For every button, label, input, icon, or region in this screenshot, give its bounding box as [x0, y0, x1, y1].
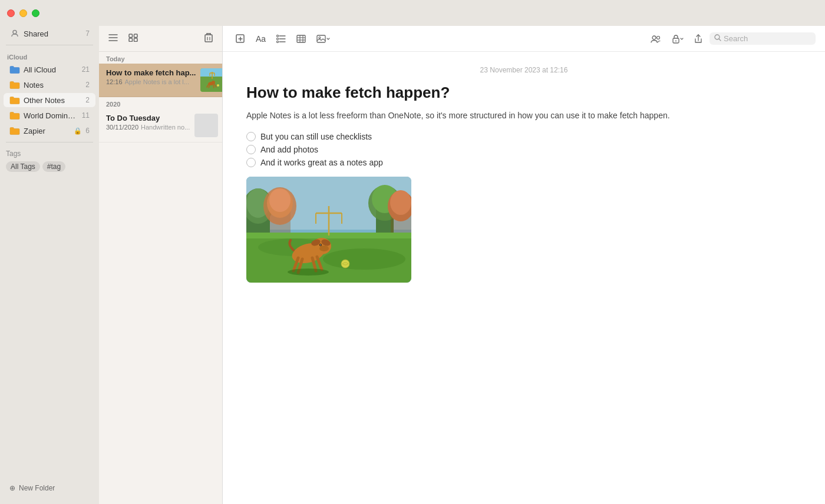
- sidebar-item-all-icloud-label: All iCloud: [24, 65, 80, 74]
- checklist-label-3: And it works great as a notes app: [260, 158, 383, 167]
- new-folder-label: New Folder: [19, 484, 55, 492]
- sidebar-item-other-notes-label: Other Notes: [24, 96, 83, 105]
- sidebar-item-notes-label: Notes: [24, 81, 83, 89]
- svg-rect-42: [317, 35, 325, 42]
- sidebar-item-shared[interactable]: Shared 7: [4, 26, 95, 41]
- svg-rect-7: [134, 38, 138, 42]
- list-view-button[interactable]: [106, 31, 120, 47]
- note-item-title: How to make fetch hap...: [106, 68, 196, 77]
- editor-toolbar: Aa: [223, 26, 825, 52]
- sidebar-item-shared-count: 7: [85, 29, 90, 38]
- new-note-button[interactable]: [232, 32, 249, 46]
- sidebar-item-all-icloud-count: 21: [82, 65, 90, 74]
- media-button[interactable]: [313, 32, 334, 45]
- new-folder-icon: ⊕: [9, 484, 15, 492]
- svg-point-68: [323, 248, 405, 270]
- other-notes-folder-icon: [9, 95, 20, 105]
- sidebar-item-zapier[interactable]: Zapier 🔒 6: [4, 124, 95, 138]
- search-input[interactable]: [724, 34, 811, 43]
- table-button[interactable]: [293, 32, 309, 45]
- svg-point-31: [277, 35, 279, 37]
- note-item-todo-content: To Do Tuesday 30/11/2020 Handwritten no.…: [106, 114, 190, 131]
- svg-point-33: [277, 38, 279, 39]
- close-button[interactable]: [7, 9, 15, 17]
- svg-rect-5: [134, 34, 138, 38]
- shared-icon: [9, 28, 20, 39]
- note-image: [246, 177, 411, 283]
- tags-section: Tags All Tags #tag: [0, 146, 99, 175]
- svg-point-44: [652, 36, 656, 39]
- sidebar-item-notes-count: 2: [85, 81, 90, 89]
- svg-rect-37: [297, 35, 305, 42]
- note-body-text[interactable]: Apple Notes is a lot less freeform than …: [246, 109, 801, 122]
- svg-point-64: [390, 190, 411, 215]
- tags-label: Tags: [6, 150, 93, 158]
- grid-view-button[interactable]: [126, 31, 140, 47]
- editor-area: Aa: [223, 26, 825, 504]
- sidebar-divider-2: [6, 142, 93, 142]
- checklist-item-1: But you can still use checklists: [246, 132, 801, 141]
- sidebar-item-other-notes[interactable]: Other Notes 2: [4, 93, 95, 107]
- sidebar-item-notes[interactable]: Notes 2: [4, 78, 95, 92]
- main-container: Shared 7 iCloud All iCloud 21 Notes: [0, 26, 825, 504]
- checkbox-3[interactable]: [246, 158, 256, 167]
- svg-point-58: [269, 188, 291, 212]
- new-folder-button[interactable]: ⊕ New Folder: [6, 482, 93, 495]
- checklist-button[interactable]: [273, 32, 289, 45]
- svg-rect-6: [129, 38, 133, 42]
- svg-point-77: [319, 246, 329, 251]
- note-thumbnail: [200, 68, 223, 92]
- zapier-folder-icon: [9, 125, 20, 136]
- checkbox-1[interactable]: [246, 132, 256, 141]
- svg-point-86: [288, 268, 329, 276]
- checkbox-2[interactable]: [246, 145, 256, 154]
- lock-button[interactable]: [668, 32, 687, 46]
- note-title[interactable]: How to make fetch happen?: [246, 84, 801, 102]
- traffic-lights: [7, 9, 39, 17]
- note-item-header: How to make fetch hap... 12:16 Apple Not…: [106, 68, 215, 92]
- search-bar: [710, 32, 816, 45]
- share-button[interactable]: [691, 32, 706, 46]
- svg-point-22: [212, 81, 215, 84]
- sidebar: Shared 7 iCloud All iCloud 21 Notes: [0, 26, 99, 504]
- checklist-label-1: But you can still use checklists: [260, 132, 372, 141]
- collab-button[interactable]: [647, 32, 665, 45]
- note-item-todo-title: To Do Tuesday: [106, 114, 190, 122]
- svg-point-0: [13, 31, 16, 34]
- world-domination-folder-icon: [9, 110, 20, 121]
- sidebar-item-zapier-count: 6: [85, 127, 90, 135]
- sidebar-divider: [6, 45, 93, 45]
- note-item-fetch[interactable]: How to make fetch hap... 12:16 Apple Not…: [99, 64, 222, 97]
- svg-rect-4: [129, 34, 133, 38]
- svg-rect-8: [205, 35, 212, 42]
- year-label: 2020: [99, 97, 222, 109]
- checklist-label-2: And add photos: [260, 145, 318, 154]
- svg-line-49: [719, 39, 721, 41]
- note-item-todo-header: To Do Tuesday 30/11/2020 Handwritten no.…: [106, 114, 215, 137]
- lock-icon: 🔒: [74, 127, 82, 135]
- sidebar-item-all-icloud[interactable]: All iCloud 21: [4, 62, 95, 77]
- notes-folder-icon: [9, 79, 20, 90]
- icloud-label: iCloud: [0, 49, 99, 62]
- checklist-item-2: And add photos: [246, 145, 801, 154]
- font-format-button[interactable]: Aa: [252, 32, 269, 46]
- sidebar-item-shared-label: Shared: [24, 29, 83, 38]
- sidebar-item-world-domination[interactable]: World Domination Pla. 11: [4, 108, 95, 122]
- title-bar: [0, 0, 825, 26]
- svg-point-79: [320, 244, 321, 246]
- svg-line-25: [213, 85, 214, 88]
- tag-hashtag[interactable]: #tag: [42, 161, 65, 172]
- note-item-todo[interactable]: To Do Tuesday 30/11/2020 Handwritten no.…: [99, 109, 222, 142]
- tag-all-tags[interactable]: All Tags: [6, 161, 40, 172]
- minimize-button[interactable]: [19, 9, 27, 17]
- trash-button[interactable]: [202, 31, 215, 47]
- maximize-button[interactable]: [32, 9, 39, 17]
- search-icon: [714, 34, 721, 43]
- svg-point-27: [217, 84, 219, 87]
- svg-point-35: [277, 41, 279, 42]
- sidebar-item-world-domination-count: 11: [82, 111, 90, 120]
- toolbar-right: [647, 32, 816, 46]
- checklist-item-3: And it works great as a notes app: [246, 158, 801, 167]
- sidebar-bottom: ⊕ New Folder: [0, 477, 99, 499]
- sidebar-item-world-domination-label: World Domination Pla.: [24, 111, 80, 120]
